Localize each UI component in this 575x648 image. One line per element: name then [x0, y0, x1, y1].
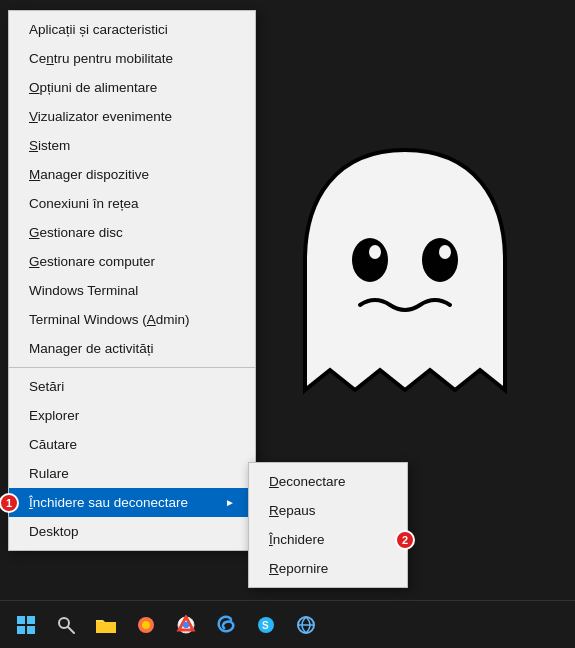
menu-item-explorer[interactable]: Explorer	[9, 401, 255, 430]
menu-item-settings[interactable]: Setări	[9, 372, 255, 401]
context-menu: Aplicații și caracteristici Centru pentr…	[8, 10, 256, 551]
firefox-icon	[136, 615, 156, 635]
menu-item-run[interactable]: Rulare	[9, 459, 255, 488]
menu-item-taskmgr[interactable]: Manager de activități	[9, 334, 255, 363]
firefox-taskbar-button[interactable]	[128, 607, 164, 643]
taskbar: S	[0, 600, 575, 648]
world-icon	[296, 615, 316, 635]
svg-rect-6	[17, 626, 25, 634]
menu-item-terminal[interactable]: Windows Terminal	[9, 276, 255, 305]
submenu-item-sleep[interactable]: Repaus	[249, 496, 407, 525]
menu-item-compmgr[interactable]: Gestionare computer	[9, 247, 255, 276]
svg-rect-5	[27, 616, 35, 624]
skype-taskbar-button[interactable]: S	[248, 607, 284, 643]
badge-1: 1	[0, 493, 19, 513]
submenu-item-disconnect[interactable]: Deconectare	[249, 467, 407, 496]
menu-item-system[interactable]: Sistem	[9, 131, 255, 160]
search-taskbar-button[interactable]	[48, 607, 84, 643]
svg-rect-7	[27, 626, 35, 634]
menu-item-search[interactable]: Căutare	[9, 430, 255, 459]
menu-item-shutdown[interactable]: 1 Închidere sau deconectare ►	[9, 488, 255, 517]
menu-item-power[interactable]: Opțiuni de alimentare	[9, 73, 255, 102]
svg-point-2	[369, 245, 381, 259]
search-taskbar-icon	[57, 616, 75, 634]
windows-start-button[interactable]	[8, 607, 44, 643]
menu-item-terminal-admin[interactable]: Terminal Windows (Admin)	[9, 305, 255, 334]
menu-item-mobility[interactable]: Centru pentru mobilitate	[9, 44, 255, 73]
windows-logo-icon	[16, 615, 36, 635]
folder-icon	[95, 616, 117, 634]
submenu-arrow: ►	[225, 497, 235, 508]
svg-point-14	[183, 622, 189, 628]
svg-point-1	[422, 238, 458, 282]
menu-item-devmgr[interactable]: Manager dispozitive	[9, 160, 255, 189]
svg-text:S: S	[262, 620, 269, 631]
skype-icon: S	[256, 615, 276, 635]
edge-taskbar-button[interactable]	[208, 607, 244, 643]
svg-point-11	[142, 621, 150, 629]
menu-item-events[interactable]: Vizualizator evenimente	[9, 102, 255, 131]
edge-icon	[216, 615, 236, 635]
menu-item-diskmgr[interactable]: Gestionare disc	[9, 218, 255, 247]
chrome-taskbar-button[interactable]	[168, 607, 204, 643]
chrome-icon	[176, 615, 196, 635]
svg-point-0	[352, 238, 388, 282]
svg-point-3	[439, 245, 451, 259]
menu-item-netconn[interactable]: Conexiuni în rețea	[9, 189, 255, 218]
submenu-shutdown: Deconectare Repaus Închidere 2 Repornire	[248, 462, 408, 588]
ghost-svg	[275, 130, 535, 450]
menu-item-apps[interactable]: Aplicații și caracteristici	[9, 15, 255, 44]
svg-rect-4	[17, 616, 25, 624]
menu-item-desktop[interactable]: Desktop	[9, 517, 255, 546]
submenu-item-restart[interactable]: Repornire	[249, 554, 407, 583]
menu-separator-1	[9, 367, 255, 368]
badge-2: 2	[395, 530, 415, 550]
svg-line-9	[68, 627, 74, 633]
explorer-taskbar-button[interactable]	[88, 607, 124, 643]
submenu-item-shutdown[interactable]: Închidere 2	[249, 525, 407, 554]
world-taskbar-button[interactable]	[288, 607, 324, 643]
